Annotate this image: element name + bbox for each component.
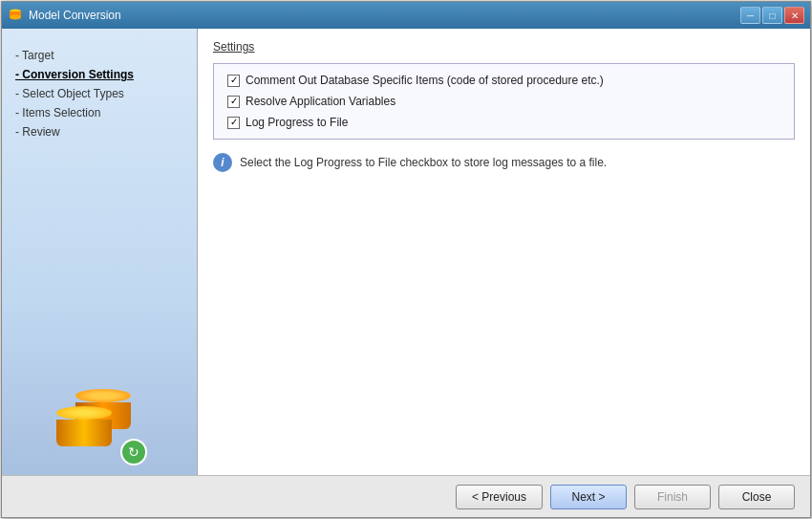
settings-header: Settings bbox=[213, 40, 795, 54]
checkbox-resolve-vars[interactable] bbox=[227, 96, 240, 108]
footer: < Previous Next > Finish Close bbox=[2, 475, 810, 517]
finish-button[interactable]: Finish bbox=[634, 485, 711, 509]
sidebar: - Target - Conversion Settings - Select … bbox=[2, 29, 198, 475]
window-title: Model Conversion bbox=[29, 9, 735, 22]
info-row: i Select the Log Progress to File checkb… bbox=[213, 153, 795, 172]
refresh-badge-icon: ↻ bbox=[120, 439, 147, 465]
checkbox-row-3: Log Progress to File bbox=[227, 116, 780, 129]
checkbox-row-1: Comment Out Database Specific Items (cod… bbox=[227, 74, 780, 87]
checkbox-log-progress[interactable] bbox=[227, 117, 240, 129]
right-panel: Settings Comment Out Database Specific I… bbox=[198, 29, 810, 475]
svg-point-2 bbox=[10, 15, 21, 20]
title-bar: Model Conversion ─ □ ✕ bbox=[2, 2, 810, 29]
sidebar-item-conversion-settings[interactable]: - Conversion Settings bbox=[11, 65, 187, 84]
app-icon bbox=[8, 8, 23, 23]
sidebar-item-select-object-types[interactable]: - Select Object Types bbox=[11, 84, 187, 103]
sidebar-item-target[interactable]: - Target bbox=[11, 46, 187, 65]
previous-button[interactable]: < Previous bbox=[456, 485, 543, 509]
sidebar-item-review[interactable]: - Review bbox=[11, 122, 187, 141]
main-content-area: - Target - Conversion Settings - Select … bbox=[2, 29, 810, 475]
close-window-button[interactable]: ✕ bbox=[784, 7, 804, 24]
minimize-button[interactable]: ─ bbox=[740, 7, 760, 24]
main-window: Model Conversion ─ □ ✕ - Target - Conver… bbox=[1, 1, 811, 518]
window-controls: ─ □ ✕ bbox=[740, 7, 804, 24]
checkbox-comment-out[interactable] bbox=[227, 75, 240, 87]
info-text: Select the Log Progress to File checkbox… bbox=[240, 153, 607, 171]
info-icon: i bbox=[213, 153, 232, 172]
checkbox-resolve-vars-label: Resolve Application Variables bbox=[246, 95, 395, 108]
database-icon-group: ↻ bbox=[52, 389, 147, 465]
sidebar-item-items-selection[interactable]: - Items Selection bbox=[11, 103, 187, 122]
next-button[interactable]: Next > bbox=[550, 485, 627, 509]
close-button[interactable]: Close bbox=[718, 485, 795, 509]
checkbox-row-2: Resolve Application Variables bbox=[227, 95, 780, 108]
checkbox-log-progress-label: Log Progress to File bbox=[246, 116, 348, 129]
maximize-button[interactable]: □ bbox=[762, 7, 782, 24]
settings-label: Settings bbox=[213, 40, 254, 54]
checkbox-comment-out-label: Comment Out Database Specific Items (cod… bbox=[246, 74, 604, 87]
settings-box: Comment Out Database Specific Items (cod… bbox=[213, 63, 795, 140]
sidebar-nav: - Target - Conversion Settings - Select … bbox=[2, 38, 197, 379]
sidebar-illustration: ↻ bbox=[2, 379, 197, 475]
